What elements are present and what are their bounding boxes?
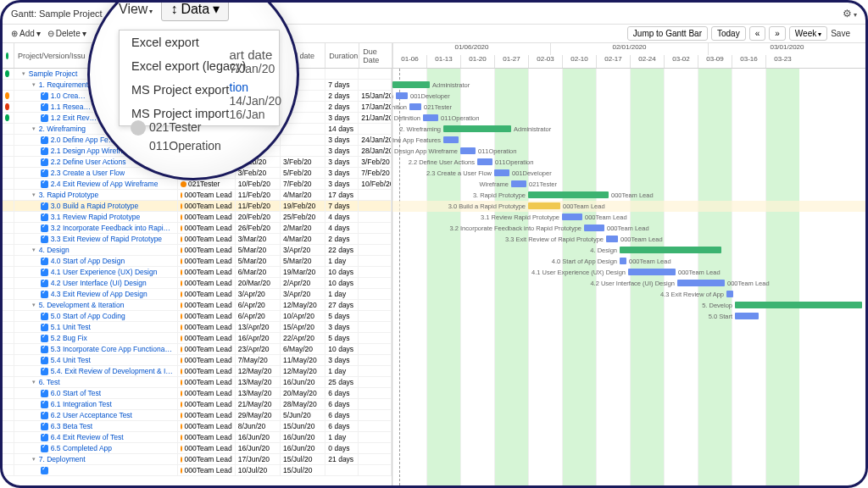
table-row[interactable]: 3.1 Review Rapid Prototype000Team Lead20… xyxy=(3,212,392,223)
table-row[interactable]: ▾4. Design000Team Lead5/Mar/203/Apr/2022… xyxy=(3,245,392,256)
table-row[interactable]: ▾6. Test000Team Lead13/May/2016/Jun/2025… xyxy=(3,377,392,388)
gantt-bar[interactable]: 000Team Lead3. Rapid Prototype xyxy=(528,191,609,198)
gantt-bar[interactable]: 2.0 Define App Features xyxy=(443,136,459,143)
task-name-link[interactable]: 7. Deployment xyxy=(39,455,86,463)
gantt-bar[interactable]: 000Team Lead3.1 Review Rapid Prototype xyxy=(562,214,582,220)
task-name-link[interactable]: 3. Rapid Prototype xyxy=(39,191,98,199)
expand-caret-icon[interactable]: ▾ xyxy=(31,302,37,308)
task-checkbox-icon[interactable] xyxy=(41,225,48,232)
task-name-link[interactable]: 3.3 Exit Review of Rapid Prototype xyxy=(51,235,162,243)
table-row[interactable]: ▾5. Development & Iteration000Team Lead6… xyxy=(3,300,392,311)
task-name-link[interactable]: 2.4 Exit Review of App Wireframe xyxy=(51,180,159,188)
task-name-link[interactable]: 4. Design xyxy=(39,246,70,254)
task-checkbox-icon[interactable] xyxy=(41,445,48,452)
task-name-link[interactable]: 4.0 Start of App Design xyxy=(51,257,125,265)
task-name-link[interactable]: 2. Wireframing xyxy=(39,125,86,133)
table-row[interactable]: 3.2 Incorporate Feedback into Rapi…000Te… xyxy=(3,223,392,234)
expand-caret-icon[interactable]: ▾ xyxy=(31,125,37,132)
table-row[interactable]: 5.4. Exit Review of Development & I…000T… xyxy=(3,366,392,377)
expand-caret-icon[interactable]: ▾ xyxy=(31,379,37,385)
table-row[interactable]: 6.1 Integration Test000Team Lead21/May/2… xyxy=(3,399,392,410)
gantt-bar[interactable]: AdministratorRequirements xyxy=(392,81,430,88)
data-dropdown[interactable]: ↕ Data ▾ xyxy=(161,0,229,21)
task-checkbox-icon[interactable] xyxy=(41,401,48,408)
task-checkbox-icon[interactable] xyxy=(41,103,48,111)
task-checkbox-icon[interactable] xyxy=(41,313,48,320)
table-row[interactable]: 3.3 Exit Review of Rapid Prototype000Tea… xyxy=(3,234,392,245)
task-checkbox-icon[interactable] xyxy=(41,467,48,474)
table-row[interactable]: 5.0 Start of App Coding000Team Lead6/Apr… xyxy=(3,311,392,322)
gantt-bar[interactable]: 5. Develop xyxy=(735,302,862,308)
task-checkbox-icon[interactable] xyxy=(41,236,48,243)
task-name-link[interactable]: 6.2 User Acceptance Test xyxy=(51,411,132,419)
task-name-link[interactable]: 5. Development & Iteration xyxy=(39,301,125,309)
task-name-link[interactable]: 5.3 Incorporate Core App Functiona… xyxy=(51,345,172,353)
task-name-link[interactable]: 2.3 Create a User Flow xyxy=(51,169,125,177)
task-name-link[interactable]: 5.4. Exit Review of Development & I… xyxy=(51,367,173,375)
task-checkbox-icon[interactable] xyxy=(41,92,48,100)
task-checkbox-icon[interactable] xyxy=(41,280,48,287)
task-name-link[interactable]: Sample Project xyxy=(29,69,78,78)
delete-button[interactable]: ⊖ Delete ▾ xyxy=(47,29,86,38)
task-checkbox-icon[interactable] xyxy=(41,423,48,430)
task-name-link[interactable]: 6.5 Completed App xyxy=(51,444,112,452)
task-name-link[interactable]: 4.2 User Interface (UI) Design xyxy=(51,279,147,287)
task-checkbox-icon[interactable] xyxy=(41,147,48,155)
task-checkbox-icon[interactable] xyxy=(41,202,48,210)
gantt-bar[interactable]: Administrator2. Wireframing xyxy=(443,125,511,132)
task-name-link[interactable]: 5.2 Bug Fix xyxy=(51,334,87,342)
task-name-link[interactable]: 3.1 Review Rapid Prototype xyxy=(51,213,140,221)
task-name-link[interactable]: 1.2 Exit Rev… xyxy=(51,114,97,122)
gantt-bar[interactable]: 4.3 Exit Review of App xyxy=(726,291,733,297)
task-name-link[interactable]: 4.1 User Experience (UX) Design xyxy=(51,268,158,276)
task-checkbox-icon[interactable] xyxy=(41,258,48,265)
task-name-link[interactable]: 6.3 Beta Test xyxy=(51,422,92,430)
table-row[interactable]: ▾7. Deployment000Team Lead17/Jun/2015/Ju… xyxy=(3,454,392,465)
expand-caret-icon[interactable]: ▾ xyxy=(31,191,37,198)
task-checkbox-icon[interactable] xyxy=(41,324,48,331)
task-name-link[interactable]: 4.3 Exit Review of App Design xyxy=(51,290,147,298)
table-row[interactable]: 6.5 Completed App000Team Lead16/Jun/2016… xyxy=(3,443,392,454)
expand-caret-icon[interactable]: ▾ xyxy=(31,456,37,463)
task-checkbox-icon[interactable] xyxy=(41,269,48,276)
task-checkbox-icon[interactable] xyxy=(41,390,48,397)
table-row[interactable]: 5.3 Incorporate Core App Functiona…000Te… xyxy=(3,344,392,355)
table-row[interactable]: ▾3. Rapid Prototype000Team Lead11/Feb/20… xyxy=(3,190,392,201)
table-row[interactable]: 4.3 Exit Review of App Design000Team Lea… xyxy=(3,289,392,300)
expand-caret-icon[interactable]: ▾ xyxy=(31,247,37,253)
next-button[interactable]: » xyxy=(769,26,786,41)
table-row[interactable]: 6.0 Start of Test000Team Lead13/May/2020… xyxy=(3,388,392,399)
add-button[interactable]: ⊕ Add ▾ xyxy=(11,29,41,38)
task-checkbox-icon[interactable] xyxy=(41,214,48,221)
table-row[interactable]: 4.0 Start of App Design000Team Lead5/Mar… xyxy=(3,256,392,267)
settings-gear-icon[interactable]: ⚙ xyxy=(843,8,857,19)
task-checkbox-icon[interactable] xyxy=(41,368,48,375)
task-name-link[interactable]: 1. Requirements xyxy=(39,80,92,89)
table-row[interactable]: 3.0 Build a Rapid Prototype000Team Lead1… xyxy=(3,201,392,212)
task-name-link[interactable]: 5.4 Unit Test xyxy=(51,356,91,364)
task-checkbox-icon[interactable] xyxy=(41,180,48,188)
table-row[interactable]: 5.2 Bug Fix000Team Lead16/Apr/2022/Apr/2… xyxy=(3,333,392,344)
expand-caret-icon[interactable]: ▾ xyxy=(31,81,37,88)
col-duration[interactable]: Duration xyxy=(326,43,359,68)
task-name-link[interactable]: 5.1 Unit Test xyxy=(51,323,91,331)
gantt-bar[interactable]: 011Operation2.2 Define User Actions xyxy=(477,158,492,165)
table-row[interactable]: 000Team Lead10/Jul/2015/Jul/20 xyxy=(3,465,392,476)
gantt-bar[interactable]: 001Developers Definition xyxy=(396,92,408,99)
table-row[interactable]: 6.2 User Acceptance Test000Team Lead29/M… xyxy=(3,410,392,421)
prev-button[interactable]: « xyxy=(749,26,766,41)
table-row[interactable]: 4.2 User Interface (UI) Design000Team Le… xyxy=(3,278,392,289)
col-due[interactable]: Due Date xyxy=(359,43,392,68)
gantt-bar[interactable]: 000Team Lead4.0 Start of App Design xyxy=(620,258,626,264)
expand-caret-icon[interactable]: ▾ xyxy=(20,70,27,77)
gantt-bar[interactable]: 021TesterWireframe xyxy=(511,180,526,187)
task-checkbox-icon[interactable] xyxy=(41,291,48,298)
view-dropdown[interactable]: View xyxy=(119,2,153,17)
gantt-bar[interactable]: 000Team Lead3.3 Exit Review of Rapid Pro… xyxy=(606,236,618,242)
task-checkbox-icon[interactable] xyxy=(41,114,48,122)
task-checkbox-icon[interactable] xyxy=(41,335,48,342)
today-button[interactable]: Today xyxy=(711,26,746,41)
gantt-bar[interactable]: 5.0 Start xyxy=(735,313,759,319)
task-checkbox-icon[interactable] xyxy=(41,169,48,177)
task-name-link[interactable]: 1.0 Crea… xyxy=(51,92,86,100)
